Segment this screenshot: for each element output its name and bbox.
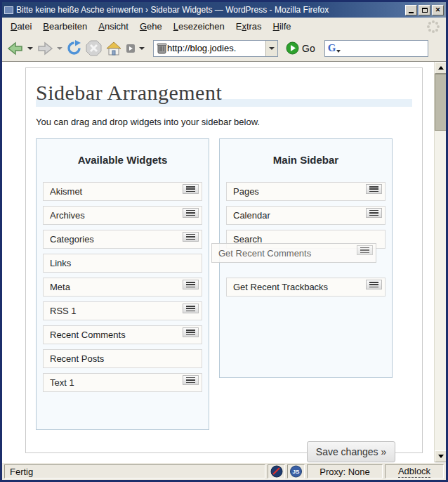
scroll-up-button[interactable] [435, 62, 446, 74]
drag-handle-icon[interactable] [366, 184, 382, 199]
bookmark-dropdown-caret[interactable] [139, 47, 145, 50]
page-viewport: Sidebar Arrangement You can drag and dro… [2, 61, 446, 462]
drag-handle-icon[interactable] [183, 232, 199, 247]
widget-categories[interactable]: Categories [43, 230, 202, 249]
window-title: Bitte keine heiße Asche einwerfen › Side… [16, 5, 402, 15]
search-input[interactable] [341, 41, 427, 56]
back-arrow-icon [7, 41, 24, 56]
scrollbar-thumb[interactable] [435, 74, 446, 131]
menu-extras[interactable]: Extras [230, 19, 268, 34]
adblock-status-icon[interactable] [268, 464, 285, 478]
dragged-widget-get-recent-comments[interactable]: Get Recent Comments [211, 243, 376, 263]
widget-meta[interactable]: Meta [43, 278, 202, 297]
menu-gehe[interactable]: Gehe [134, 19, 168, 34]
menu-ansicht[interactable]: Ansicht [93, 19, 134, 34]
browser-window: Bitte keine heiße Asche einwerfen › Side… [2, 2, 446, 480]
main-sidebar-title: Main Sidebar [220, 139, 392, 182]
admin-content-box: Sidebar Arrangement You can drag and dro… [25, 67, 423, 453]
window-icon [4, 6, 13, 14]
site-favicon [157, 42, 167, 54]
minimize-button[interactable] [405, 5, 417, 15]
widget-calendar[interactable]: Calendar [226, 206, 386, 225]
vertical-scrollbar[interactable] [434, 62, 446, 462]
drag-handle-icon[interactable] [366, 208, 382, 223]
drag-handle-icon[interactable] [357, 245, 373, 260]
close-button[interactable]: ✕ [432, 5, 444, 15]
scroll-down-button[interactable] [435, 450, 446, 462]
widget-recent-comments[interactable]: Recent Comments [43, 325, 202, 344]
widget-rss-1[interactable]: RSS 1 [43, 301, 202, 320]
forward-button[interactable] [36, 40, 54, 57]
menu-lesezeichen[interactable]: Lesezeichen [168, 19, 230, 34]
menu-datei[interactable]: Datei [5, 19, 37, 34]
search-bar[interactable]: G [324, 40, 428, 57]
js-badge-text: JS [293, 469, 300, 475]
stop-icon [86, 40, 102, 56]
drag-handle-icon[interactable] [366, 280, 382, 294]
drag-handle-icon[interactable] [183, 280, 199, 294]
navigation-toolbar: Go G [2, 35, 446, 61]
page-title: Sidebar Arrangement [36, 78, 412, 107]
status-text: Fertig [4, 464, 265, 478]
drag-handle-icon[interactable] [183, 304, 199, 318]
forward-arrow-icon [37, 41, 53, 56]
titlebar[interactable]: Bitte keine heiße Asche einwerfen › Side… [2, 2, 446, 18]
forward-dropdown-caret[interactable] [57, 47, 62, 50]
url-input[interactable] [167, 43, 265, 53]
drag-handle-icon[interactable] [183, 375, 199, 390]
go-icon [286, 41, 299, 55]
home-button[interactable] [105, 40, 123, 57]
reload-button[interactable] [65, 39, 83, 57]
stop-button[interactable] [85, 39, 103, 57]
maximize-button[interactable] [419, 5, 430, 15]
adblock-panel[interactable]: Adblock [385, 464, 444, 478]
widget-links[interactable]: Links [43, 254, 202, 273]
drag-handle-icon[interactable] [183, 327, 199, 342]
statusbar: Fertig JS Proxy: None Adblock [2, 462, 446, 480]
widget-text-1[interactable]: Text 1 [43, 373, 202, 392]
url-dropdown-button[interactable] [265, 41, 277, 56]
widget-columns: Available Widgets Akismet Archives Categ… [26, 138, 422, 430]
save-changes-button[interactable]: Save changes » [307, 441, 395, 462]
adblock-label: Adblock [398, 466, 430, 478]
search-engine-icon[interactable]: G [328, 41, 336, 54]
reload-icon [66, 40, 82, 56]
javascript-status-icon[interactable]: JS [287, 464, 305, 478]
bookmark-button[interactable] [125, 43, 136, 54]
proxy-status[interactable]: Proxy: None [307, 464, 383, 478]
widget-archives[interactable]: Archives [43, 206, 202, 225]
widget-get-recent-trackbacks[interactable]: Get Recent Trackbacks [226, 278, 386, 297]
back-dropdown-caret[interactable] [27, 47, 33, 50]
bookmark-icon [126, 44, 136, 53]
throbber-icon [426, 20, 440, 34]
widget-pages[interactable]: Pages [226, 182, 386, 201]
menu-bearbeiten[interactable]: Bearbeiten [37, 19, 93, 34]
drag-handle-icon[interactable] [183, 208, 199, 223]
available-widgets-title: Available Widgets [37, 139, 209, 182]
menu-hilfe[interactable]: Hilfe [268, 19, 297, 34]
drag-handle-icon[interactable] [183, 184, 199, 199]
go-button[interactable]: Go [286, 41, 315, 55]
back-button[interactable] [6, 40, 25, 57]
page-intro: You can drag and drop widgets into your … [36, 117, 412, 127]
home-icon [105, 41, 122, 56]
url-bar[interactable] [153, 40, 278, 57]
available-widgets-column: Available Widgets Akismet Archives Categ… [36, 138, 209, 430]
widget-akismet[interactable]: Akismet [43, 182, 202, 201]
menubar: Datei Bearbeiten Ansicht Gehe Lesezeiche… [2, 18, 446, 35]
widget-recent-posts[interactable]: Recent Posts [43, 349, 202, 368]
